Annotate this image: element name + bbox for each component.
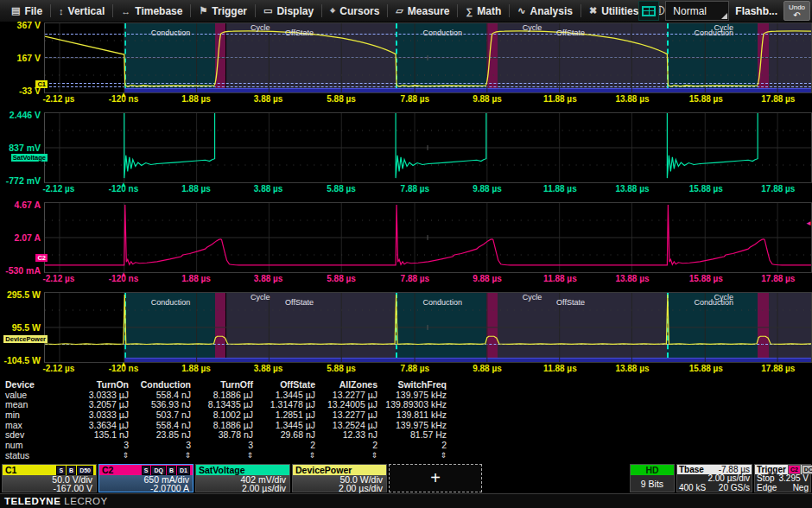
file-icon: ▤ [11,5,20,16]
zone-label: Conduction [151,29,191,37]
c2-ylabel-mid: 2.07 A [1,232,41,243]
menu-utilities[interactable]: ✖Utilities [581,1,647,22]
table-cell: 135.1 nJ [62,430,129,441]
table-cell: 503.7 nJ [129,410,191,421]
menu-analysis[interactable]: ∿Analysis [510,1,580,22]
satvoltage-waveform-trace [124,113,758,178]
menu-math[interactable]: ∑Math [458,1,509,22]
utilities-tools-icon: ✖ [589,5,597,16]
descriptor-c1[interactable]: C1SBD50 50.0 V/div-167.00 V [2,464,97,492]
axis-tick-label: 9.88 µs [473,364,502,373]
add-trace-button[interactable]: + [389,464,482,492]
menu-item-label: Measure [408,5,450,17]
c1-time-axis: ▲ -2.12 µs-120 ns1.88 µs3.88 µs5.88 µs7.… [44,93,812,106]
panel-c1: ConductionCycleOffStateConductionCycleOf… [0,22,812,107]
axis-tick-label: 11.88 µs [543,274,577,283]
status-arrows-icon: ⇕ [191,451,253,461]
c1-ylabel-mid: 167 V [1,53,41,63]
zone-label: Cycle [523,23,542,32]
flashback-label: Flashb... [735,5,777,17]
descriptor-timebase: 2.00 µs/div [296,484,383,492]
menu-timebase[interactable]: ↔Timebase [113,1,190,22]
axis-tick-label: 3.88 µs [254,274,283,283]
acquisition-mode-dropdown[interactable]: Normal [665,1,729,21]
c1-ylabel-bottom: -33 V [1,86,41,96]
analysis-waveform-icon: ∿ [517,5,525,16]
trigger-box[interactable]: TriggerC2DC Stop3.295 V EdgeNeg [754,464,811,492]
menu-display[interactable]: ▭Display [256,1,321,22]
devicepower-plot-area[interactable]: ConductionCycleOffStateConductionCycleOf… [44,292,812,363]
table-header-cell: OffState [253,380,315,391]
c1-ylabel-top: 367 V [1,20,41,30]
axis-tick-label: 7.88 µs [401,94,430,104]
c1-channel-tag[interactable]: C1 [35,80,48,88]
satvoltage-channel-tag[interactable]: SatVoltage [11,154,48,162]
hd-mode-box[interactable]: HD 9 Bits [630,464,675,492]
brand-teledyne: TELEDYNE [4,496,60,506]
menu-item-label: Analysis [530,5,573,17]
axis-tick-label: 5.88 µs [327,364,356,373]
power-ylabel-bottom: -104.5 W [1,355,41,365]
table-cell: 8.1002 µJ [191,410,253,421]
power-ylabel-top: 295.5 W [1,289,41,300]
zone-labels-c1: ConductionCycleOffStateConductionCycleOf… [45,23,811,92]
table-header-cell: AllZones [315,380,377,391]
menu-item-label: Cursors [339,5,379,17]
waveform-panels: ConductionCycleOffStateConductionCycleOf… [0,22,812,382]
trigger-level-marker[interactable]: ◄ [805,219,812,227]
menu-item-label: Math [477,5,501,17]
axis-tick-label: 13.88 µs [615,94,649,104]
descriptor-satvoltage[interactable]: SatVoltage 402 mV/div2.00 µs/div [195,464,290,492]
zone-label: Conduction [423,29,463,37]
grid-icon [642,6,656,16]
axis-tick-label: 5.88 µs [327,94,356,104]
table-cell: 1.2851 µJ [253,410,315,421]
table-header-cell: Device [5,380,62,391]
satvoltage-plot-area[interactable]: 2.446 V 837 mV -772 mV SatVoltage [44,112,812,183]
trigger-flag-icon: ⚑ [199,5,207,16]
table-header-cell: SwitchFreq [377,380,447,391]
axis-tick-label: -2.12 µs [42,94,74,104]
c2-channel-tag[interactable]: C2 [35,254,48,262]
descriptor-offset: -2.0700 A [103,484,189,492]
c1-plot-area[interactable]: ConductionCycleOffStateConductionCycleOf… [44,22,812,93]
table-row: status⇕⇕⇕⇕⇕⇕ [5,451,472,461]
menu-trigger[interactable]: ⚑Trigger [191,1,255,22]
devicepower-channel-tag[interactable]: DevicePower [3,335,48,343]
axis-tick-label: 9.88 µs [473,274,502,283]
axis-tick-label: 15.88 µs [689,364,723,373]
channel-descriptors: C1SBD50 50.0 V/div-167.00 V C2SDQBD1 650… [2,464,482,492]
axis-tick-label: 15.88 µs [689,274,723,283]
horizontal-arrows-icon: ↔ [121,6,130,16]
menu-cursors[interactable]: ⌖Cursors [322,1,387,22]
grid-display-button[interactable] [638,1,659,21]
undo-button[interactable]: Undo ↶ [783,1,810,21]
descriptor-title: C1 [5,465,16,475]
timebase-box[interactable]: Tbase-7.88 µs 2.00 µs/div 400 kS20 GS/s [676,464,752,492]
trigger-slope: Neg [793,484,809,493]
zone-label: Cycle [251,23,270,32]
descriptor-c2[interactable]: C2SDQBD1 650 mA/div-2.0700 A [98,464,193,492]
table-cell: 3 [191,441,253,451]
axis-tick-label: 15.88 µs [689,94,723,104]
table-cell: 38.78 nJ [191,430,253,441]
trigger-position-marker: ▲ [120,360,127,368]
table-cell: 12.33 nJ [315,430,377,441]
trigger-position-marker: ▲ [120,91,127,98]
axis-tick-label: 7.88 µs [401,184,430,194]
table-row-label: min [5,410,62,421]
table-cell: 3 [62,441,129,451]
zone-label: Conduction [151,298,191,307]
trigger-type: Edge [757,484,777,493]
menu-file[interactable]: ▤File [3,1,50,22]
table-header-cell: TurnOff [191,380,253,391]
sat-ylabel-mid: 837 mV [1,143,41,153]
menu-vertical[interactable]: ↕Vertical [51,1,112,22]
menu-measure[interactable]: ▱Measure [388,1,457,22]
c2-plot-area[interactable]: 4.67 A 2.07 A -530 mA C2 ◄ [44,202,812,273]
menu-item-label: Utilities [601,5,638,17]
descriptor-devicepower[interactable]: DevicePower 50.0 W/div2.00 µs/div [292,464,387,492]
trigger-level: 3.295 V [779,474,809,484]
dropdown-corner-icon [721,13,727,19]
menu-item-label: File [24,5,42,17]
